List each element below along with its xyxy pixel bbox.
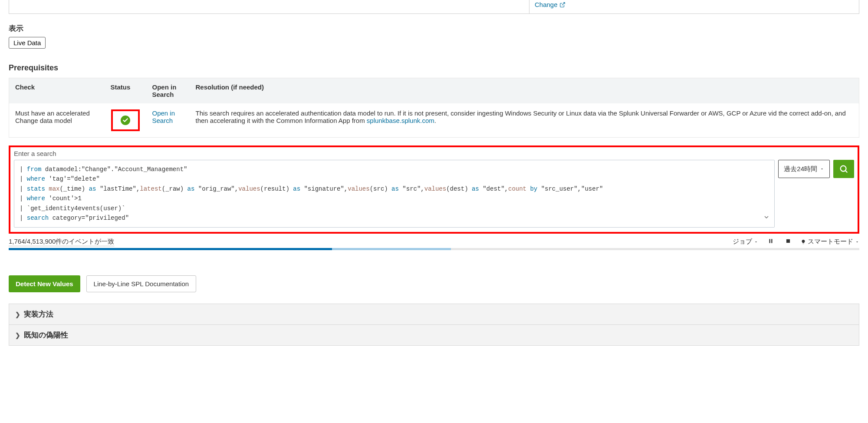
resolution-suffix: . <box>434 117 436 124</box>
col-header-resolution: Resolution (if needed) <box>190 78 859 104</box>
accordion-item-implementation[interactable]: ❯ 実装方法 <box>9 304 859 324</box>
change-link[interactable]: Change <box>535 1 566 8</box>
time-range-picker[interactable]: 過去24時間 <box>778 160 830 178</box>
stop-icon <box>785 238 791 244</box>
caret-down-icon <box>820 167 824 171</box>
time-range-label: 過去24時間 <box>784 165 817 173</box>
search-progress-bar <box>9 248 859 250</box>
svg-rect-4 <box>771 239 772 243</box>
chevron-down-icon[interactable] <box>763 214 770 224</box>
cell-check: Must have an accelerated Change data mod… <box>9 103 105 138</box>
top-info-box: Change <box>9 0 859 14</box>
accordion-item-false-positives[interactable]: ❯ 既知の偽陽性 <box>9 324 859 346</box>
svg-line-2 <box>845 171 847 172</box>
cell-resolution: This search requires an accelerated auth… <box>190 103 859 138</box>
chevron-right-icon: ❯ <box>15 332 20 339</box>
smart-mode-menu[interactable]: スマートモード <box>801 238 859 246</box>
lightbulb-icon <box>801 239 806 245</box>
caret-down-icon <box>754 240 758 244</box>
svg-line-0 <box>562 2 564 5</box>
resolution-text: This search requires an accelerated auth… <box>196 109 846 124</box>
smart-mode-label: スマートモード <box>808 238 853 246</box>
spl-documentation-button[interactable]: Line-by-Line SPL Documentation <box>86 275 197 292</box>
display-label: 表示 <box>9 23 859 33</box>
pause-icon <box>768 238 774 244</box>
col-header-status: Status <box>105 78 146 104</box>
accordion-label: 実装方法 <box>24 309 53 319</box>
search-label: Enter a search <box>14 150 854 157</box>
col-header-openin: Open in Search <box>146 78 190 104</box>
svg-rect-5 <box>786 239 790 243</box>
accordion-label: 既知の偽陽性 <box>24 330 68 340</box>
prerequisites-section: Prerequisites Check Status Open in Searc… <box>9 63 859 138</box>
display-section: 表示 Live Data <box>9 23 859 49</box>
search-status-bar: 1,764/4,513,900件のイベントが一致 ジョブ スマートモード <box>9 237 859 246</box>
search-icon <box>839 164 848 174</box>
col-header-check: Check <box>9 78 105 104</box>
action-buttons: Detect New Values Line-by-Line SPL Docum… <box>9 275 859 292</box>
search-input[interactable]: | from datamodel:"Change"."Account_Manag… <box>14 160 775 228</box>
run-search-button[interactable] <box>833 160 854 178</box>
pause-button[interactable] <box>766 237 776 246</box>
open-in-search-link[interactable]: Open in Search <box>152 109 175 124</box>
events-count: 1,764/4,513,900件のイベントが一致 <box>9 238 114 246</box>
table-row: Must have an accelerated Change data mod… <box>9 103 859 138</box>
check-success-icon <box>121 116 130 125</box>
accordion: ❯ 実装方法 ❯ 既知の偽陽性 <box>9 304 859 346</box>
prerequisites-table: Check Status Open in Search Resolution (… <box>9 78 859 138</box>
splunkbase-link[interactable]: splunkbase.splunk.com <box>367 117 434 124</box>
live-data-button[interactable]: Live Data <box>9 37 46 49</box>
svg-rect-3 <box>769 239 770 243</box>
cell-openin: Open in Search <box>146 103 190 138</box>
svg-point-1 <box>841 166 846 172</box>
detect-new-values-button[interactable]: Detect New Values <box>9 275 80 292</box>
job-label: ジョブ <box>733 238 752 246</box>
status-highlight-box <box>111 109 140 131</box>
external-link-icon <box>559 2 566 8</box>
change-link-label: Change <box>535 1 558 8</box>
job-menu[interactable]: ジョブ <box>733 238 758 246</box>
chevron-right-icon: ❯ <box>15 311 20 318</box>
search-highlight-box: Enter a search | from datamodel:"Change"… <box>9 145 859 234</box>
cell-status <box>105 103 146 138</box>
stop-button[interactable] <box>783 237 793 246</box>
prerequisites-title: Prerequisites <box>9 63 859 73</box>
caret-down-icon <box>855 240 859 244</box>
